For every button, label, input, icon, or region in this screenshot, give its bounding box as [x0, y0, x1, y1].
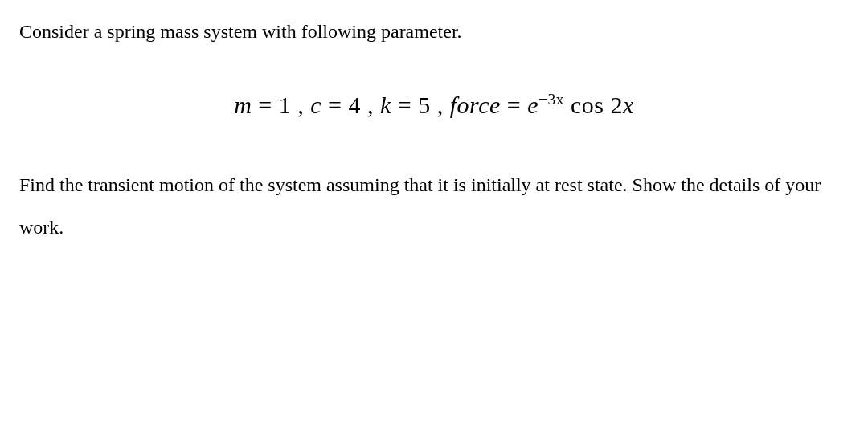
var-k: k [380, 92, 391, 118]
exp-text: −3x [538, 91, 564, 108]
sep-3: , [431, 92, 450, 118]
equals-1: = [252, 92, 278, 118]
sep-1: , [291, 92, 310, 118]
equals-4: = [501, 92, 527, 118]
equals-2: = [321, 92, 348, 118]
e-exponent: −3x [538, 91, 564, 108]
cos-coeff: 2 [611, 92, 624, 118]
val-k: 5 [418, 92, 431, 118]
equation-display: m = 1 , c = 4 , k = 5 , force = e−3x cos… [19, 92, 849, 119]
space-1 [564, 92, 571, 118]
e-base: e [527, 92, 538, 118]
var-m: m [234, 92, 252, 118]
sep-2: , [361, 92, 380, 118]
val-c: 4 [348, 92, 361, 118]
question-text: Find the transient motion of the system … [19, 164, 849, 249]
intro-text: Consider a spring mass system with follo… [19, 16, 849, 47]
var-c: c [310, 92, 321, 118]
equals-3: = [391, 92, 418, 118]
cos-x: x [623, 92, 634, 118]
force-label: force [450, 92, 501, 118]
val-m: 1 [279, 92, 292, 118]
cos-label: cos [571, 92, 611, 118]
